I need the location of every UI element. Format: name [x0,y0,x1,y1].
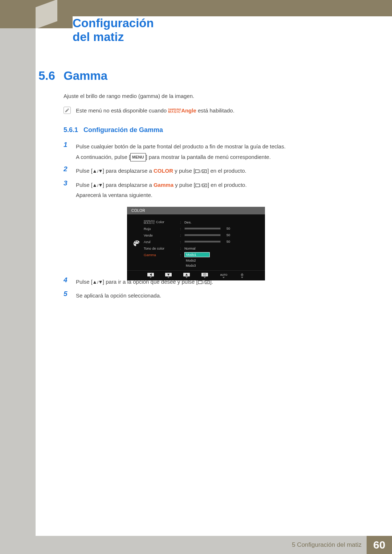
svg-rect-5 [202,170,207,173]
note-row: Este menú no está disponible cuando SAMS… [64,107,234,114]
step-3: 3 Pulse [/] para desplazarse a Gamma y p… [64,179,354,201]
source-enter-icon: / [195,169,207,173]
osd-footer-power-icon [240,273,245,278]
svg-text:/: / [97,169,99,173]
samsung-magic-angle-brand: SAMSUNGMAGIC [168,109,181,113]
intro-text: Ajuste el brillo de rango medio (gamma) … [64,93,194,99]
osd-footer-up-icon [183,273,190,278]
t: Pulse [ [76,168,93,174]
osd-label: Verde [144,233,180,237]
osd-row-gamma: Gamma : Modo1 [144,251,261,258]
osd-label: Azul [144,240,180,244]
svg-rect-3 [195,170,199,173]
t: Pulse [ [76,279,93,285]
osd-value: Normal [184,246,261,250]
step-text: Pulse cualquier botón de la parte fronta… [76,141,286,162]
magic-color-word: Color [155,220,164,224]
osd-gamma-option: Modo2 [184,258,210,263]
svg-rect-17 [205,281,209,284]
footer-chapter: 5 Configuración del matiz [287,536,367,554]
osd-footer-back-icon [147,273,154,278]
svg-rect-9 [196,184,200,187]
note-pencil-icon [64,107,71,114]
t: y pulse [ [173,182,195,188]
osd-slider: 50 [184,240,261,243]
osd-row-azul: Azul : 50 [144,238,261,245]
svg-marker-6 [93,184,96,187]
svg-marker-18 [150,274,151,276]
svg-text:/: / [97,183,99,188]
osd-window: COLOR SAMSUNGMAGIC Color : Des. Rojo : 5… [127,207,265,280]
t: y pulse [ [173,168,195,174]
osd-body: SAMSUNGMAGIC Color : Des. Rojo : 50 Verd… [127,214,265,270]
color-word: COLOR [154,168,173,174]
osd-label: Rojo [144,227,180,231]
osd-slider: 50 [184,227,261,230]
step-5: 5 Se aplicará la opción seleccionada. [64,290,354,301]
step-number: 4 [64,276,71,284]
step-text: Se aplicará la opción seleccionada. [76,290,161,301]
osd-value: Des. [184,220,261,224]
note-text: Este menú no está disponible cuando SAMS… [76,107,234,114]
t: Pulse [ [76,182,93,188]
t: ] en el producto. [207,168,246,174]
osd-gamma-option: Modo3 [184,263,210,268]
subsection-title: Configuración de Gamma [83,126,163,134]
osd-label: Tono de color [144,246,180,250]
osd-slider-value: 50 [223,233,230,237]
left-margin-bar [0,0,36,554]
osd-footer: AUTO [127,270,265,280]
up-down-arrow-icon: / [93,183,103,188]
step-text: Pulse [/] para desplazarse a COLOR y pul… [76,165,246,176]
osd-gamma-option-selected: Modo1 [184,252,210,257]
osd-label: SAMSUNGMAGIC Color [144,220,180,224]
osd-title: COLOR [127,207,265,214]
svg-marker-20 [167,274,170,276]
svg-text:/: / [97,280,99,284]
footer-page-number: 60 [367,536,392,554]
osd-row-rojo: Rojo : 50 [144,225,261,232]
svg-marker-21 [185,274,188,276]
osd-footer-down-icon [165,273,172,278]
step-text: Pulse [/] para desplazarse a Gamma y pul… [76,179,247,201]
osd-slider: 50 [184,233,261,237]
step-number: 2 [64,165,71,173]
step1-pre: A continuación, pulse [ [76,154,130,160]
angle-word: Angle [181,109,196,113]
subsection-number: 5.6.1 [64,126,78,134]
subsection-heading: 5.6.1 Configuración de Gamma [64,126,163,134]
svg-rect-15 [198,281,202,284]
gamma-word: Gamma [154,182,173,188]
magic-brand-small: SAMSUNGMAGIC [144,220,155,224]
osd-row-gamma-opt3: Modo3 [144,263,261,268]
section-number: 5.6 [38,69,55,83]
t: ] para desplazarse a [103,168,154,174]
svg-text:/: / [203,280,205,284]
up-down-arrow-icon: / [93,169,103,173]
step-1: 1 Pulse cualquier botón de la parte fron… [64,141,354,162]
step3-after: Aparecerá la ventana siguiente. [76,192,152,198]
step-number: 5 [64,290,71,298]
osd-row-gamma-opt2: Modo2 [144,258,261,263]
section-title: Gamma [64,69,107,83]
page-footer: 5 Configuración del matiz 60 [0,536,392,554]
t: ] en el producto. [208,182,247,188]
palette-icon [133,240,141,249]
osd-row-tone: Tono de color : Normal [144,245,261,251]
svg-marker-12 [93,281,96,284]
step-2: 2 Pulse [/] para desplazarse a COLOR y p… [64,165,354,176]
source-enter-icon: / [198,280,210,284]
osd-slider-value: 50 [223,227,230,230]
svg-marker-14 [99,281,102,284]
osd-auto-label: AUTO [219,273,228,276]
step1-post: ] para mostrar la pantalla de menú corre… [146,154,271,160]
osd-label-gamma: Gamma [144,253,180,257]
up-down-arrow-icon: / [93,280,103,284]
step1-line1: Pulse cualquier botón de la parte fronta… [76,143,286,149]
t: ] para desplazarse a [103,182,154,188]
menu-button-label: MENU [130,153,146,161]
note-prefix: Este menú no está disponible cuando [76,107,168,114]
footer-bg [0,536,287,554]
osd-row-verde: Verde : 50 [144,232,261,238]
svg-rect-22 [203,274,206,275]
